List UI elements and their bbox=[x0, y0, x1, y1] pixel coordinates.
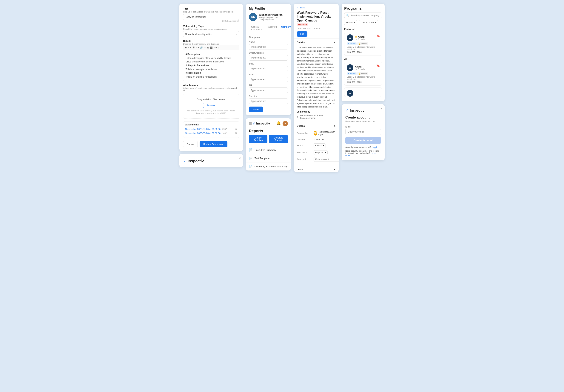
create-account-panel: × ✓ Inspectiv Create account Become a se… bbox=[342, 104, 385, 160]
image-icon[interactable]: 🖼 bbox=[210, 46, 212, 49]
close-button[interactable]: × bbox=[380, 107, 382, 111]
help-icon[interactable]: ? bbox=[218, 46, 219, 49]
remediation-heading: # Remediation bbox=[186, 71, 237, 75]
inspectiv-small-card: × ✓ Inspectiv bbox=[179, 154, 243, 167]
zip-input[interactable] bbox=[249, 87, 288, 93]
char-count: 230 characters left bbox=[183, 20, 239, 22]
file2-size: 10KB bbox=[222, 132, 227, 134]
cancel-button[interactable]: Cancel bbox=[183, 141, 198, 147]
country-input[interactable] bbox=[249, 98, 288, 104]
heading-icon[interactable]: H bbox=[190, 46, 191, 49]
state-input[interactable] bbox=[249, 77, 288, 82]
eye-icon[interactable]: 👁 bbox=[204, 46, 206, 49]
bookmark-icon[interactable]: 🔖 bbox=[376, 34, 380, 38]
details-header-1[interactable]: Details ∧ bbox=[294, 39, 339, 46]
vuln-detail-header: ← Back Weak Password Reset Implementatio… bbox=[294, 4, 339, 39]
tab-general[interactable]: General Information bbox=[249, 24, 265, 33]
search-icon: 🔍 bbox=[346, 14, 349, 17]
ca-email-input[interactable] bbox=[345, 129, 381, 135]
title-input[interactable] bbox=[183, 14, 239, 20]
vuln-type-select[interactable]: Security Misconfiguration bbox=[183, 31, 239, 37]
bounty-input[interactable] bbox=[314, 157, 339, 162]
update-button[interactable]: Update Submission bbox=[200, 141, 227, 147]
italic-icon[interactable]: I bbox=[188, 46, 189, 49]
report-item-test[interactable]: 📄 Test Template bbox=[246, 154, 291, 162]
all-card-1: 🔖 A Avatar by Scopely ❄ Frozen 🔒 Private… bbox=[344, 62, 382, 86]
chevron-down-icon-2: ▾ bbox=[325, 151, 326, 154]
list-icon[interactable]: ☰ bbox=[193, 46, 194, 49]
back-link[interactable]: ← Back bbox=[297, 6, 336, 9]
table-icon[interactable]: ⊞ bbox=[207, 46, 209, 49]
report-item-executive[interactable]: 📄 Executive Summary bbox=[246, 146, 291, 154]
bounty-label: Bounty, $ bbox=[297, 158, 312, 161]
resolution-dropdown[interactable]: Rejected ▾ bbox=[314, 150, 328, 155]
report-doc-icon: 📄 bbox=[249, 165, 253, 168]
user-avatar[interactable]: AK bbox=[283, 121, 288, 126]
card-price-2: 🖥 $1000 - 2000 bbox=[347, 81, 380, 83]
profile-header: My Profile AK Alexander Kazerani alex@op… bbox=[246, 4, 291, 33]
card-name: Avatar bbox=[358, 35, 365, 38]
vulnerability-weakness-section: Vulnerability 🏷 Weak Password Reset Impl… bbox=[297, 111, 336, 119]
profile-page-title: My Profile bbox=[249, 7, 288, 11]
researcher-row: Researcher TK Test Researcher Kyle bbox=[297, 129, 336, 137]
file2-link[interactable]: Screenshot 2020-07-20 at 01.06.36 bbox=[185, 132, 220, 135]
researcher-label: Researcher bbox=[297, 132, 312, 135]
bullet-icon[interactable]: • bbox=[198, 46, 199, 49]
report-item-creatoriq[interactable]: 📄 CreatorIQ Executive Summary bbox=[246, 162, 291, 170]
reports-header: ☰ ✓ Inspectiv 🔔 AK bbox=[246, 118, 291, 128]
monitor-icon: 🖥 bbox=[347, 51, 349, 53]
report-doc-icon: 📄 bbox=[249, 148, 253, 152]
desc-text: Enter a description of the vulnerability… bbox=[186, 56, 237, 64]
hours-filter[interactable]: Last 24 hours ▾ bbox=[359, 20, 378, 25]
bookmark-icon-2[interactable]: 🔖 bbox=[376, 64, 380, 68]
save-button[interactable]: Save bbox=[249, 107, 263, 112]
bold-icon[interactable]: B bbox=[185, 46, 187, 49]
file2-delete-icon[interactable]: 🗑 bbox=[234, 132, 237, 135]
close-icon[interactable]: × bbox=[239, 156, 241, 160]
company-section-label: Company bbox=[249, 36, 288, 39]
code-icon[interactable]: </> bbox=[214, 46, 217, 49]
tab-company[interactable]: Company bbox=[279, 24, 291, 33]
status-row: Status Closed ▾ bbox=[297, 142, 336, 149]
profile-panel: My Profile AK Alexander Kazerani alex@op… bbox=[246, 4, 291, 115]
status-dropdown[interactable]: Closed ▾ bbox=[314, 143, 326, 148]
reports-buttons: Create Template Generate Report bbox=[246, 135, 291, 146]
file1-delete-icon[interactable]: 🗑 bbox=[234, 127, 237, 130]
private-filter[interactable]: Private ▾ bbox=[344, 20, 357, 25]
links-header[interactable]: Links ∧ bbox=[294, 166, 339, 172]
search-input[interactable] bbox=[350, 14, 380, 17]
link-icon[interactable]: 🔗 bbox=[200, 46, 203, 49]
suite-input[interactable] bbox=[249, 66, 288, 71]
vulnerability-form: Title Help us to get an idea of what thi… bbox=[179, 4, 243, 151]
editor-body[interactable]: # Description Enter a description of the… bbox=[183, 50, 239, 81]
create-template-button[interactable]: Create Template bbox=[249, 135, 267, 143]
all-card-2: A bbox=[344, 87, 382, 97]
create-account-button[interactable]: Create Account bbox=[345, 137, 381, 144]
private-badge: 🔒 Private bbox=[357, 42, 368, 45]
details-hint: Describe the vulnerability and its impac… bbox=[183, 43, 239, 45]
reports-list: 📄 Executive Summary 📄 Test Template 📄 Cr… bbox=[246, 146, 291, 170]
editor-toolbar: B I H ☰ ≡ • 🔗 👁 ⊞ 🖼 </> ? bbox=[183, 45, 239, 50]
details-header-2[interactable]: Details ∧ bbox=[294, 122, 339, 129]
edit-button[interactable]: Edit bbox=[297, 31, 307, 37]
report-name: Executive Summary bbox=[255, 149, 276, 151]
back-label: Back bbox=[300, 6, 305, 9]
title-label: Title bbox=[183, 7, 239, 10]
tab-password[interactable]: Password bbox=[265, 24, 279, 33]
file1-link[interactable]: Screenshot 2020-07-20 at 01.06.36 bbox=[185, 128, 220, 130]
ordered-list-icon[interactable]: ≡ bbox=[196, 46, 197, 49]
attach-limit: You can attach up to 20 files (10MB max … bbox=[187, 110, 235, 115]
street-input[interactable] bbox=[249, 55, 288, 61]
browse-button[interactable]: Browse bbox=[203, 103, 219, 108]
attachments-label: Attachments bbox=[183, 84, 239, 86]
drop-zone[interactable]: Drag and drop files here or Browse You c… bbox=[183, 94, 239, 119]
form-buttons: Cancel Update Submission bbox=[183, 141, 239, 147]
report-name: Test Template bbox=[255, 157, 270, 160]
ca-login-text: Already have an account? Log in bbox=[345, 146, 381, 149]
generate-report-button[interactable]: Generate Report bbox=[269, 135, 288, 143]
hamburger-icon[interactable]: ☰ bbox=[249, 122, 252, 126]
login-link[interactable]: Log in bbox=[372, 146, 378, 149]
name-input[interactable] bbox=[249, 44, 288, 50]
card-avatar-3: A bbox=[347, 90, 353, 97]
bell-icon[interactable]: 🔔 bbox=[276, 121, 281, 126]
